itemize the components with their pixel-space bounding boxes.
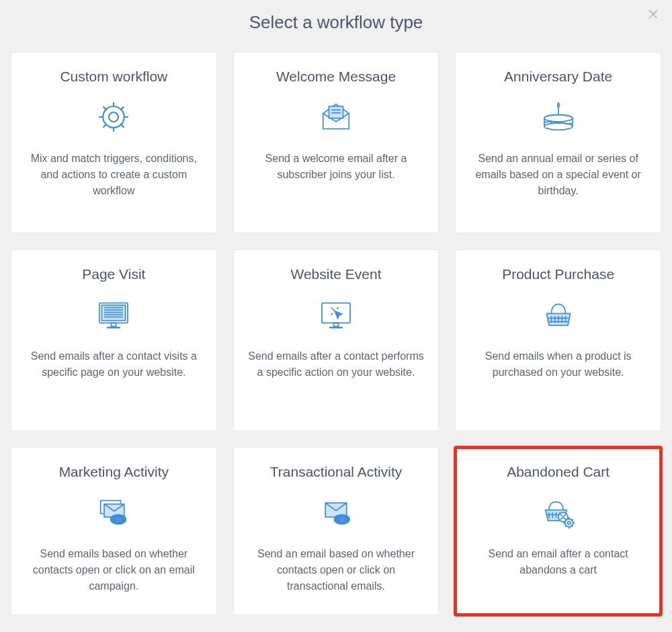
close-icon bbox=[646, 11, 660, 22]
card-product-purchase[interactable]: Product Purchase Send emails when a prod… bbox=[455, 249, 661, 431]
card-title: Website Event bbox=[290, 266, 381, 282]
svg-point-0 bbox=[109, 112, 118, 122]
card-desc: Send an email after a contact abandons a… bbox=[468, 546, 648, 578]
svg-rect-16 bbox=[112, 323, 116, 326]
card-title: Product Purchase bbox=[502, 266, 614, 282]
svg-point-37 bbox=[341, 518, 343, 521]
card-desc: Send emails after a contact performs a s… bbox=[246, 348, 427, 381]
card-desc: Send emails based on whether contacts op… bbox=[24, 546, 204, 594]
card-title: Transactional Activity bbox=[270, 464, 402, 480]
card-title: Anniversary Date bbox=[504, 69, 612, 85]
monitor-lines-icon bbox=[93, 294, 134, 335]
card-title: Abandoned Cart bbox=[507, 464, 610, 480]
card-page-visit[interactable]: Page Visit Send emails after a contact v… bbox=[11, 249, 217, 431]
card-marketing-activity[interactable]: Marketing Activity Send emails based on … bbox=[11, 447, 217, 615]
card-desc: Mix and match triggers, conditions, and … bbox=[24, 151, 204, 199]
card-desc: Send an annual email or series of emails… bbox=[468, 151, 648, 199]
modal-title: Select a workflow type bbox=[8, 12, 664, 33]
workflow-type-grid: Custom workflow Mix and match triggers, … bbox=[8, 52, 664, 615]
svg-point-33 bbox=[118, 518, 120, 521]
basket-icon bbox=[538, 294, 579, 335]
basket-gear-icon bbox=[538, 492, 579, 532]
gear-icon bbox=[93, 97, 134, 137]
card-desc: Send an email based on whether contacts … bbox=[246, 546, 427, 594]
mail-eye-single-icon bbox=[316, 492, 356, 532]
card-desc: Send emails after a contact visits a spe… bbox=[24, 348, 204, 381]
card-title: Custom workflow bbox=[60, 69, 167, 85]
card-title: Welcome Message bbox=[276, 69, 396, 85]
card-desc: Send a welcome email after a subscriber … bbox=[246, 151, 427, 183]
svg-point-6 bbox=[544, 115, 573, 122]
card-website-event[interactable]: Website Event Send emails after a contac… bbox=[233, 249, 439, 431]
card-transactional-activity[interactable]: Transactional Activity Send an email bas… bbox=[233, 447, 439, 615]
cake-icon bbox=[538, 97, 579, 137]
mail-eye-icon bbox=[93, 492, 134, 532]
card-custom-workflow[interactable]: Custom workflow Mix and match triggers, … bbox=[11, 52, 217, 233]
card-welcome-message[interactable]: Welcome Message Send a welcome email aft… bbox=[233, 52, 439, 233]
card-anniversary-date[interactable]: Anniversary Date Send an annual email or… bbox=[455, 52, 661, 233]
workflow-type-modal: Select a workflow type Custom workflow M… bbox=[0, 0, 672, 632]
envelope-open-icon bbox=[316, 97, 356, 137]
svg-point-1 bbox=[103, 106, 125, 128]
card-abandoned-cart[interactable]: Abandoned Cart Send bbox=[455, 447, 661, 615]
card-title: Marketing Activity bbox=[59, 464, 169, 480]
card-desc: Send emails when a product is purchased … bbox=[468, 348, 648, 381]
svg-point-21 bbox=[333, 310, 334, 311]
close-button[interactable] bbox=[646, 7, 663, 23]
card-title: Page Visit bbox=[82, 266, 145, 282]
svg-rect-19 bbox=[333, 323, 338, 326]
monitor-click-icon bbox=[316, 294, 356, 335]
